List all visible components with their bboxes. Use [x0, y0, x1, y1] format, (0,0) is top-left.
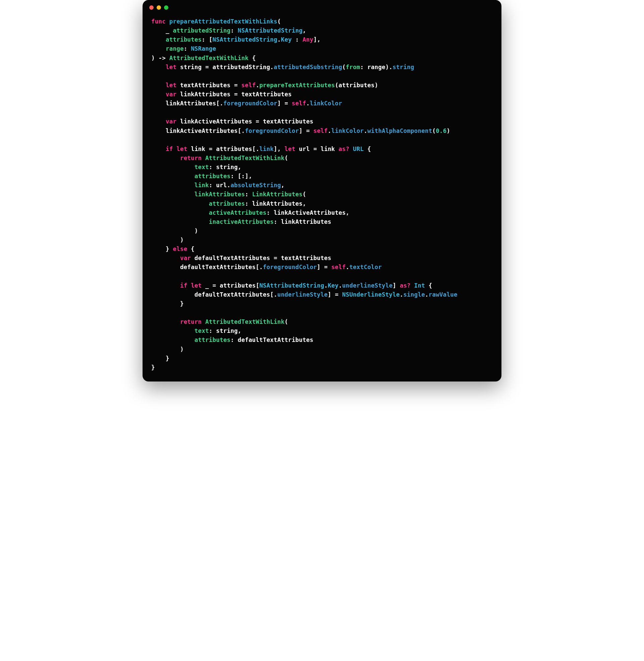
type-name: AttributedTextWithLink	[205, 318, 284, 325]
titlebar	[142, 0, 502, 11]
keyword: var	[166, 91, 177, 98]
type-name: NSAttributedString	[213, 36, 277, 43]
type-name: NSAttributedString	[238, 27, 302, 34]
arg-label: text	[194, 164, 209, 170]
enum-case: foregroundColor	[263, 264, 317, 270]
keyword: as?	[339, 145, 349, 152]
arg-label: link	[194, 182, 209, 188]
arg-label: attributes	[194, 173, 230, 180]
type-name: AttributedTextWithLink	[205, 155, 284, 161]
type-name: NSAttributedString	[259, 282, 324, 289]
param-name: range	[166, 45, 184, 52]
minimize-icon[interactable]	[157, 5, 161, 10]
keyword: else	[173, 246, 187, 252]
enum-case: link	[259, 145, 274, 152]
zoom-icon[interactable]	[164, 5, 168, 10]
function-name: prepareAttributedTextWithLinks	[169, 18, 277, 25]
close-icon[interactable]	[149, 5, 154, 10]
arg-label: inactiveAttributes	[209, 219, 274, 225]
arg-label: activeAttributes	[209, 209, 267, 216]
type-name: LinkAttributes	[252, 191, 302, 198]
keyword: self	[241, 82, 256, 89]
property: rawValue	[429, 291, 458, 298]
keyword: self	[331, 264, 346, 270]
keyword: if	[180, 282, 187, 289]
keyword: return	[180, 155, 202, 161]
enum-case: foregroundColor	[245, 128, 299, 134]
keyword: as?	[400, 282, 411, 289]
keyword: var	[180, 255, 191, 261]
keyword: let	[177, 145, 187, 152]
type-name: NSUnderlineStyle	[342, 291, 400, 298]
arg-label: linkAttributes	[194, 191, 245, 198]
property: underlineStyle	[342, 282, 392, 289]
property: string	[392, 64, 414, 70]
method-name: prepareTextAttributes	[259, 82, 335, 89]
keyword: let	[284, 145, 295, 152]
keyword: let	[191, 282, 202, 289]
keyword: if	[166, 145, 173, 152]
type-name: Int	[414, 282, 425, 289]
method-name: withAlphaComponent	[367, 128, 432, 134]
arg-label: text	[194, 327, 209, 334]
arg-label: from	[346, 64, 360, 70]
type-name: NSRange	[191, 45, 216, 52]
property: linkColor	[309, 100, 342, 107]
property: single	[404, 291, 425, 298]
keyword: return	[180, 318, 202, 325]
keyword: var	[166, 118, 177, 125]
arg-label: attributes	[194, 337, 230, 343]
property: linkColor	[331, 128, 364, 134]
arg-label: attributes	[209, 200, 245, 207]
type-name: URL	[353, 145, 364, 152]
keyword: let	[166, 64, 177, 70]
property: textColor	[349, 264, 382, 270]
keyword: Any	[302, 36, 313, 43]
code-window: func prepareAttributedTextWithLinks( _ a…	[142, 0, 502, 382]
param-name: attributes	[166, 36, 202, 43]
enum-case: foregroundColor	[223, 100, 277, 107]
keyword: func	[151, 18, 166, 25]
keyword: self	[313, 128, 328, 134]
property: absoluteString	[230, 182, 281, 188]
enum-case: underlineStyle	[277, 291, 328, 298]
return-type: AttributedTextWithLink	[169, 55, 249, 62]
number: 0.6	[436, 128, 446, 134]
keyword: let	[166, 82, 177, 89]
keyword: self	[292, 100, 306, 107]
param-name: attributedString	[173, 27, 230, 34]
code-block: func prepareAttributedTextWithLinks( _ a…	[142, 11, 502, 382]
method-name: attributedSubstring	[274, 64, 342, 70]
